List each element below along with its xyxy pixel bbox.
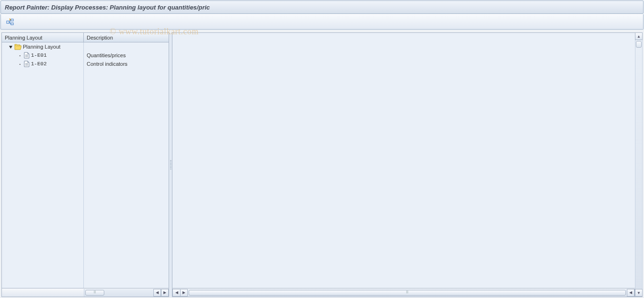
scroll-right-button[interactable]: ▶ xyxy=(180,289,188,297)
folder-open-icon xyxy=(14,44,21,50)
svg-rect-1 xyxy=(11,19,13,21)
workspace: Planning Layout Description Planning Lay… xyxy=(1,32,643,297)
scroll-up-button[interactable]: ▲ xyxy=(635,32,643,40)
scroll-track[interactable] xyxy=(84,289,153,297)
collapse-triangle-icon[interactable] xyxy=(9,45,13,49)
scroll-left-button[interactable]: ◀ xyxy=(627,289,634,297)
tree-item-desc: Quantities/prices xyxy=(84,52,169,58)
svg-rect-0 xyxy=(7,21,9,23)
tree-item-row[interactable]: • 1-E02 Control indicators xyxy=(2,60,169,68)
window-v-scrollbar: ▲ ▼ xyxy=(635,32,643,297)
tree-header: Planning Layout Description xyxy=(2,33,169,42)
tree-header-description[interactable]: Description xyxy=(84,33,169,42)
document-icon xyxy=(23,61,30,67)
tree-item-row[interactable]: • 1-E01 Quantities/prices xyxy=(2,51,169,60)
column-divider[interactable] xyxy=(83,42,84,288)
document-icon xyxy=(23,52,30,59)
leaf-bullet-icon: • xyxy=(18,53,22,58)
scroll-right-button[interactable]: ▶ xyxy=(161,289,169,297)
leaf-bullet-icon: • xyxy=(18,62,22,66)
splitter-grip-icon xyxy=(170,160,171,170)
scroll-thumb[interactable] xyxy=(85,290,104,296)
content-h-scrollbar: ◀ ▶ ◀ ▶ xyxy=(172,288,642,297)
tree-item-code: 1-E02 xyxy=(31,61,47,67)
scroll-thumb[interactable] xyxy=(189,290,626,296)
tree-root-label: Planning Layout xyxy=(23,44,60,50)
title-bar: Report Painter: Display Processes: Plann… xyxy=(0,0,644,14)
scroll-down-button[interactable]: ▼ xyxy=(635,289,643,297)
scroll-track[interactable] xyxy=(635,40,643,289)
scroll-left-button[interactable]: ◀ xyxy=(172,289,180,297)
tree-root-row[interactable]: Planning Layout xyxy=(2,42,169,51)
expand-button[interactable] xyxy=(5,17,15,27)
tree-item-code: 1-E01 xyxy=(31,52,47,58)
scroll-track[interactable] xyxy=(188,289,627,297)
scroll-thumb[interactable] xyxy=(636,41,642,48)
toolbar xyxy=(0,14,644,30)
hierarchy-expand-icon xyxy=(6,18,14,26)
tree-item-desc: Control indicators xyxy=(84,61,169,67)
page-title: Report Painter: Display Processes: Plann… xyxy=(5,4,210,11)
tree-panel: Planning Layout Description Planning Lay… xyxy=(1,32,169,297)
tree-header-layout[interactable]: Planning Layout xyxy=(2,33,84,42)
content-panel: ◀ ▶ ◀ ▶ xyxy=(172,32,643,297)
content-body xyxy=(172,33,642,288)
scroll-left-button[interactable]: ◀ xyxy=(153,289,161,297)
svg-rect-2 xyxy=(11,23,13,25)
tree-h-scrollbar: ◀ ▶ xyxy=(2,288,169,297)
tree-body: Planning Layout • 1-E01 Qua xyxy=(2,42,169,288)
